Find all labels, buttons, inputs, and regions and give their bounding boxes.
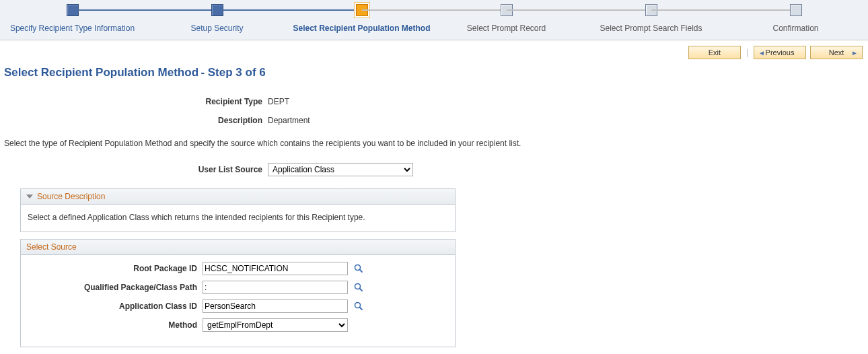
- description-value: Department: [268, 116, 868, 125]
- wizard-step-3-label: Select Recipient Population Method: [289, 24, 434, 33]
- previous-button[interactable]: ◄ Previous: [754, 46, 806, 59]
- wizard-step-1-label: Specify Recipient Type Information: [0, 24, 145, 33]
- wizard-step-6[interactable]: Confirmation: [723, 4, 868, 33]
- next-button[interactable]: Next ►: [810, 46, 863, 59]
- wizard-step-4-label: Select Prompt Record: [434, 24, 579, 33]
- wizard-step-6-label: Confirmation: [723, 24, 868, 33]
- method-row: Method getEmplFromDept: [28, 318, 448, 332]
- app-class-row: Application Class ID: [28, 299, 448, 313]
- source-description-heading: Source Description: [37, 192, 105, 201]
- wizard-step-4[interactable]: Select Prompt Record: [434, 4, 579, 33]
- select-source-group: Select Source Root Package ID Qualified …: [20, 239, 456, 347]
- chevron-left-icon: ◄: [758, 49, 765, 57]
- root-package-row: Root Package ID: [28, 262, 448, 275]
- root-package-label: Root Package ID: [28, 264, 200, 273]
- page-subtitle: - Step 3 of 6: [201, 66, 265, 79]
- method-select[interactable]: getEmplFromDept: [203, 318, 348, 332]
- method-label: Method: [28, 320, 200, 330]
- recipient-type-value: DEPT: [268, 97, 868, 106]
- svg-line-5: [360, 308, 363, 310]
- app-class-label: Application Class ID: [28, 302, 200, 311]
- magnifier-icon: [354, 302, 363, 311]
- root-package-input[interactable]: [203, 262, 348, 275]
- wizard-step-5[interactable]: Select Prompt Search Fields: [579, 4, 723, 33]
- app-class-input[interactable]: [203, 299, 348, 313]
- wizard-step-1[interactable]: Specify Recipient Type Information: [0, 4, 145, 33]
- previous-button-label: Previous: [766, 48, 795, 57]
- recipient-type-label: Recipient Type: [0, 97, 262, 106]
- wizard-box-future: [790, 4, 802, 16]
- select-source-heading: Select Source: [26, 242, 77, 252]
- header-fields: Recipient Type DEPT Description Departme…: [0, 82, 868, 131]
- qualified-path-input[interactable]: [203, 281, 348, 294]
- select-source-header: Select Source: [21, 240, 455, 255]
- user-list-source-row: User List Source Application Class: [0, 160, 868, 182]
- wizard-step-5-label: Select Prompt Search Fields: [579, 24, 723, 33]
- root-package-lookup[interactable]: [353, 263, 364, 274]
- magnifier-icon: [354, 264, 363, 273]
- user-list-source-select[interactable]: Application Class: [268, 163, 413, 176]
- qualified-path-lookup[interactable]: [353, 282, 364, 293]
- svg-line-3: [360, 289, 363, 291]
- qualified-path-label: Qualified Package/Class Path: [28, 283, 200, 292]
- source-description-body: Select a defined Application Class which…: [21, 205, 455, 232]
- wizard-step-2[interactable]: Setup Security: [145, 4, 289, 33]
- wizard-train: Specify Recipient Type Information Setup…: [0, 0, 868, 40]
- source-description-header[interactable]: Source Description: [21, 189, 455, 205]
- instructions-text: Select the type of Recipient Population …: [0, 131, 868, 160]
- wizard-step-3[interactable]: Select Recipient Population Method: [289, 4, 434, 33]
- description-label: Description: [0, 116, 262, 125]
- exit-button-label: Exit: [709, 48, 721, 57]
- chevron-right-icon: ►: [851, 49, 858, 57]
- source-description-group: Source Description Select a defined Appl…: [20, 188, 456, 232]
- next-button-label: Next: [829, 48, 844, 57]
- exit-button[interactable]: Exit: [688, 46, 741, 59]
- action-bar: Exit | ◄ Previous Next ►: [0, 40, 868, 59]
- app-class-lookup[interactable]: [353, 301, 364, 312]
- qualified-path-row: Qualified Package/Class Path: [28, 281, 448, 294]
- page-title: Select Recipient Population Method: [4, 66, 198, 79]
- page-title-wrap: Select Recipient Population Method - Ste…: [0, 59, 868, 82]
- svg-line-1: [360, 270, 363, 273]
- magnifier-icon: [354, 283, 363, 292]
- action-separator: |: [745, 48, 750, 57]
- wizard-step-2-label: Setup Security: [145, 24, 289, 33]
- collapse-arrow-icon: [26, 194, 33, 199]
- user-list-source-label: User List Source: [0, 165, 262, 174]
